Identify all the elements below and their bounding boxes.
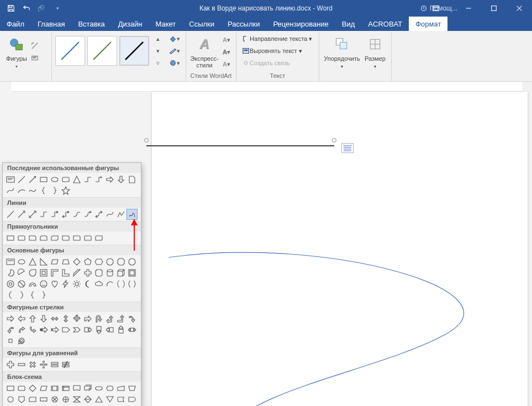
text-effects-icon[interactable]: A▾ bbox=[220, 59, 233, 70]
shape-moon[interactable] bbox=[82, 278, 93, 289]
shape-chord[interactable] bbox=[16, 267, 27, 278]
shape-fc-alt[interactable] bbox=[16, 383, 27, 394]
shape-curved-double[interactable] bbox=[93, 209, 104, 220]
shape-pentagon[interactable] bbox=[82, 256, 93, 267]
shape-decagon[interactable] bbox=[127, 256, 138, 267]
shape-scribble-tool[interactable] bbox=[127, 209, 138, 220]
tab-insert[interactable]: Вставка bbox=[71, 17, 111, 31]
shape-rect[interactable] bbox=[5, 233, 16, 244]
shape-snip2-rect[interactable] bbox=[38, 233, 49, 244]
shape-plus[interactable] bbox=[5, 359, 16, 370]
shape-fc-tape[interactable] bbox=[38, 394, 49, 405]
shape-line-arrow[interactable] bbox=[27, 174, 38, 185]
shape-down-arrow[interactable] bbox=[115, 174, 127, 185]
shape-frame[interactable] bbox=[38, 267, 49, 278]
shape-fc-merge[interactable] bbox=[104, 394, 115, 405]
shape-multiply[interactable] bbox=[27, 359, 38, 370]
shape-connector[interactable] bbox=[82, 174, 93, 185]
tab-file[interactable]: Файл bbox=[0, 17, 31, 31]
shape-arrow-callout-quad[interactable] bbox=[5, 335, 16, 346]
shape-arc[interactable] bbox=[104, 278, 115, 289]
shape-bevel[interactable] bbox=[127, 267, 138, 278]
shape-curve[interactable] bbox=[5, 185, 16, 196]
shape-divide[interactable] bbox=[38, 359, 49, 370]
wordart-styles-button[interactable]: A Экспресс-стили bbox=[189, 33, 219, 71]
shape-arrow-up[interactable] bbox=[27, 313, 38, 324]
shape-star[interactable] bbox=[60, 185, 71, 196]
shape-triangle[interactable] bbox=[71, 174, 82, 185]
shape-fc-sort[interactable] bbox=[82, 394, 93, 405]
shape-elbow[interactable] bbox=[38, 209, 49, 220]
shape-fc-multidoc[interactable] bbox=[82, 383, 93, 394]
shape-arrow-callout-d[interactable] bbox=[93, 324, 104, 335]
document-page[interactable] bbox=[152, 92, 528, 406]
shape-round-snip[interactable] bbox=[60, 233, 71, 244]
shape-arrow-updown[interactable] bbox=[60, 313, 71, 324]
shape-diamond[interactable] bbox=[71, 256, 82, 267]
shape-pie[interactable] bbox=[5, 267, 16, 278]
tab-references[interactable]: Ссылки bbox=[182, 17, 221, 31]
shape-curve-tool[interactable] bbox=[104, 209, 115, 220]
shape-sun[interactable] bbox=[71, 278, 82, 289]
shape-fc-collate[interactable] bbox=[71, 394, 82, 405]
edit-shape-icon[interactable] bbox=[29, 40, 41, 51]
tab-design[interactable]: Дизайн bbox=[112, 17, 149, 31]
shape-style-2[interactable] bbox=[87, 36, 117, 66]
shape-line-arrow[interactable] bbox=[16, 209, 27, 220]
layout-options-icon[interactable] bbox=[341, 143, 354, 153]
qat-dropdown-icon[interactable]: ▾ bbox=[51, 2, 64, 15]
shape-arrow-bent-up[interactable] bbox=[115, 313, 127, 324]
shape-cloud[interactable] bbox=[93, 278, 104, 289]
shape-fc-extract[interactable] bbox=[93, 394, 104, 405]
shape-diag-stripe[interactable] bbox=[71, 267, 82, 278]
shape-round2-diag[interactable] bbox=[93, 233, 104, 244]
shape-snip-diag[interactable] bbox=[49, 233, 60, 244]
shape-heart[interactable] bbox=[49, 278, 60, 289]
tab-view[interactable]: Вид bbox=[335, 17, 362, 31]
shape-left-brace[interactable] bbox=[38, 185, 49, 196]
shape-arrow-pentagon[interactable] bbox=[60, 324, 71, 335]
shape-half-frame[interactable] bbox=[49, 267, 60, 278]
tab-mailings[interactable]: Рассылки bbox=[221, 17, 266, 31]
shape-heptagon[interactable] bbox=[104, 256, 115, 267]
shape-arrow-striped[interactable] bbox=[38, 324, 49, 335]
shape-right-brace[interactable] bbox=[49, 185, 60, 196]
shape-hexagon[interactable] bbox=[93, 256, 104, 267]
shape-style-3[interactable] bbox=[119, 36, 149, 66]
tab-review[interactable]: Рецензирование bbox=[266, 17, 335, 31]
save-icon[interactable] bbox=[4, 2, 18, 15]
shape-round1[interactable] bbox=[71, 233, 82, 244]
shape-fc-predef[interactable] bbox=[49, 383, 60, 394]
shape-arrow-curved-down[interactable] bbox=[27, 324, 38, 335]
shape-freeform[interactable] bbox=[27, 185, 38, 196]
shape-arrow-curved-left[interactable] bbox=[5, 324, 16, 335]
shape-document[interactable] bbox=[127, 174, 138, 185]
shape-arrow-left[interactable] bbox=[16, 313, 27, 324]
shape-rectangle[interactable] bbox=[38, 174, 49, 185]
shape-line[interactable] bbox=[16, 174, 27, 185]
tab-home[interactable]: Главная bbox=[31, 17, 71, 31]
undo-icon[interactable] bbox=[20, 2, 33, 15]
shape-l-shape[interactable] bbox=[60, 267, 71, 278]
shape-not-equal[interactable] bbox=[60, 359, 71, 370]
shape-smiley[interactable] bbox=[38, 278, 49, 289]
shape-double-bracket[interactable] bbox=[115, 278, 127, 289]
shape-fc-stored[interactable] bbox=[115, 394, 127, 405]
shape-textbox[interactable] bbox=[5, 256, 16, 267]
shape-triangle[interactable] bbox=[27, 256, 38, 267]
shape-fc-manual-input[interactable] bbox=[115, 383, 127, 394]
shape-oval[interactable] bbox=[16, 256, 27, 267]
text-fill-icon[interactable]: A▾ bbox=[220, 34, 233, 45]
style-gallery-up-icon[interactable]: ▴ bbox=[152, 33, 164, 44]
shape-right-bracket[interactable] bbox=[16, 289, 27, 300]
shape-fc-connector[interactable] bbox=[5, 394, 16, 405]
shape-curved-arrow[interactable] bbox=[82, 209, 93, 220]
shape-parallelogram[interactable] bbox=[49, 256, 60, 267]
tell-me-help[interactable]: Помощ... bbox=[420, 0, 457, 17]
shape-fc-delay[interactable] bbox=[127, 394, 138, 405]
close-button[interactable] bbox=[507, 0, 532, 17]
shape-arrow-callout-lr[interactable] bbox=[127, 324, 138, 335]
shape-arrow-curved-up[interactable] bbox=[16, 324, 27, 335]
shape-arrow-curved-right[interactable] bbox=[127, 313, 138, 324]
shape-minus[interactable] bbox=[16, 359, 27, 370]
